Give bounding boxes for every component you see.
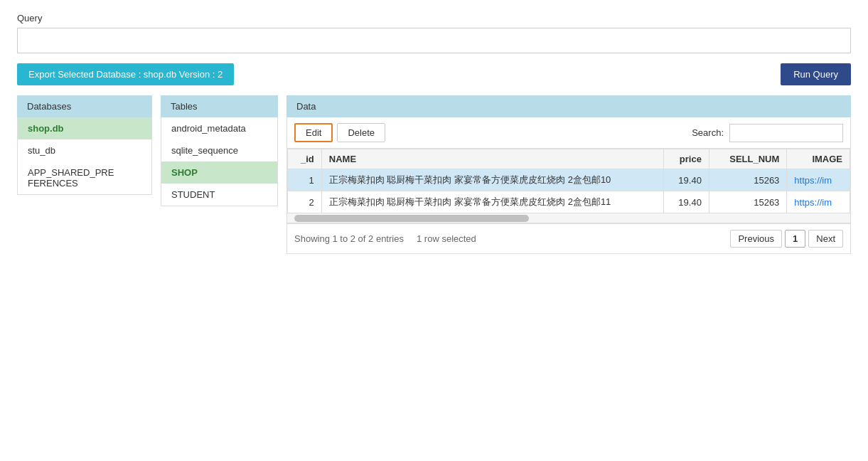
scrollbar-thumb <box>294 215 529 222</box>
cell-image: https://im <box>787 191 850 213</box>
delete-button[interactable]: Delete <box>337 123 385 142</box>
databases-header: Databases <box>17 95 152 117</box>
table-item-student[interactable]: STUDENT <box>161 184 277 206</box>
footer-info: Showing 1 to 2 of 2 entries 1 row select… <box>294 233 476 244</box>
col-header-name: NAME <box>321 149 663 169</box>
db-item-app-shared[interactable]: APP_SHARED_PREFERENCES <box>18 161 151 194</box>
table-item-shop[interactable]: SHOP <box>161 161 277 184</box>
col-header-image: IMAGE <box>787 149 850 169</box>
table-scroll-container[interactable]: _id NAME price SELL_NUM IMAGE 1正宗梅菜扣肉 聪厨… <box>286 149 851 213</box>
cell-name: 正宗梅菜扣肉 聪厨梅干菜扣肉 家宴常备方便菜虎皮红烧肉 2盒包邮11 <box>321 191 663 213</box>
tables-header: Tables <box>161 95 278 117</box>
edit-button[interactable]: Edit <box>294 123 333 142</box>
query-label: Query <box>17 13 851 23</box>
databases-panel: Databases shop.db stu_db APP_SHARED_PREF… <box>17 95 152 195</box>
run-query-button[interactable]: Run Query <box>781 63 851 85</box>
db-item-stu[interactable]: stu_db <box>18 139 151 161</box>
databases-list: shop.db stu_db APP_SHARED_PREFERENCES <box>17 117 152 195</box>
col-header-id: _id <box>288 149 322 169</box>
table-item-android-metadata[interactable]: android_metadata <box>161 117 277 139</box>
data-toolbar-right: Search: <box>692 124 843 142</box>
table-row[interactable]: 2正宗梅菜扣肉 聪厨梅干菜扣肉 家宴常备方便菜虎皮红烧肉 2盒包邮1119.40… <box>288 191 850 213</box>
tables-panel: Tables android_metadata sqlite_sequence … <box>161 95 278 206</box>
data-table: _id NAME price SELL_NUM IMAGE 1正宗梅菜扣肉 聪厨… <box>287 149 850 213</box>
search-label: Search: <box>692 127 724 138</box>
data-header: Data <box>286 95 851 117</box>
search-input[interactable] <box>729 124 843 142</box>
previous-button[interactable]: Previous <box>730 230 782 248</box>
col-header-price: price <box>663 149 709 169</box>
horizontal-scrollbar[interactable] <box>286 213 851 223</box>
data-toolbar: Edit Delete Search: <box>286 117 851 149</box>
export-button[interactable]: Export Selected Database : shop.db Versi… <box>17 63 234 85</box>
table-item-sqlite-sequence[interactable]: sqlite_sequence <box>161 139 277 161</box>
cell-id: 2 <box>288 191 322 213</box>
next-button[interactable]: Next <box>808 230 843 248</box>
query-input[interactable] <box>17 28 851 53</box>
cell-price: 19.40 <box>663 169 709 191</box>
cell-image: https://im <box>787 169 850 191</box>
col-header-sell-num: SELL_NUM <box>709 149 786 169</box>
cell-sell-num: 15263 <box>709 169 786 191</box>
table-row[interactable]: 1正宗梅菜扣肉 聪厨梅干菜扣肉 家宴常备方便菜虎皮红烧肉 2盒包邮1019.40… <box>288 169 850 191</box>
data-toolbar-left: Edit Delete <box>294 123 385 142</box>
page-1-button[interactable]: 1 <box>785 230 805 248</box>
cell-price: 19.40 <box>663 191 709 213</box>
cell-id: 1 <box>288 169 322 191</box>
db-item-shop[interactable]: shop.db <box>18 117 151 139</box>
pagination: Previous 1 Next <box>730 230 843 248</box>
data-panel: Data Edit Delete Search: _id <box>286 95 851 254</box>
cell-name: 正宗梅菜扣肉 聪厨梅干菜扣肉 家宴常备方便菜虎皮红烧肉 2盒包邮10 <box>321 169 663 191</box>
data-footer: Showing 1 to 2 of 2 entries 1 row select… <box>286 223 851 254</box>
cell-sell-num: 15263 <box>709 191 786 213</box>
row-selected-info: 1 row selected <box>417 233 476 244</box>
entries-info: Showing 1 to 2 of 2 entries <box>294 233 404 244</box>
tables-list: android_metadata sqlite_sequence SHOP ST… <box>161 117 278 206</box>
